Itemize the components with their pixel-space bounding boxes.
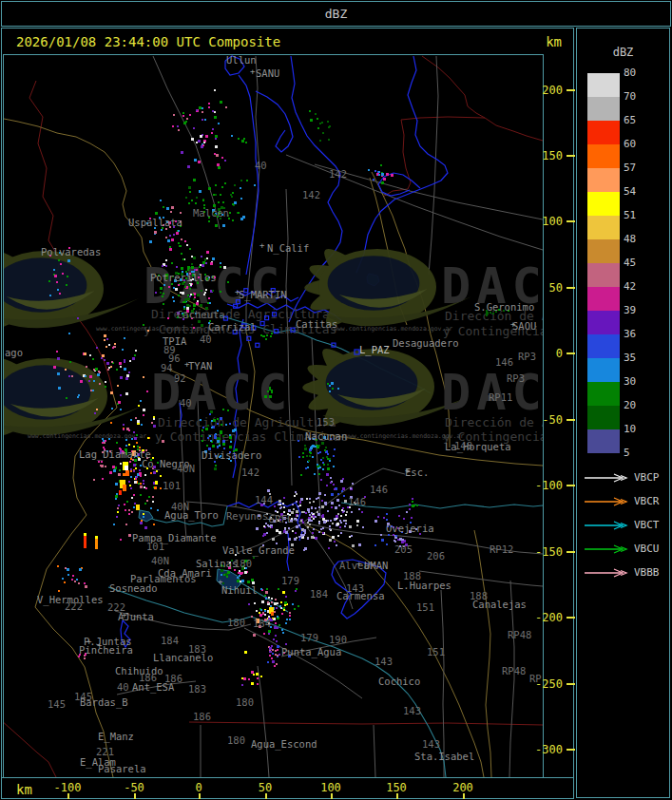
- station-plus-marker: +: [122, 610, 127, 619]
- x-axis-tick: [463, 793, 465, 799]
- place-label: SANU: [256, 67, 279, 79]
- place-label: 101: [146, 541, 164, 552]
- place-label: Carrizal: [208, 321, 257, 333]
- place-label: 94: [161, 362, 173, 373]
- place-label: 40N: [177, 463, 195, 474]
- place-label: 142: [302, 189, 320, 200]
- vector-legend-row: VBCP: [577, 471, 669, 485]
- place-label: RP3: [507, 372, 525, 384]
- x-axis-unit: km: [16, 782, 32, 797]
- place-label: SRFL: [269, 513, 293, 524]
- place-label: Divisadero: [202, 449, 261, 461]
- vector-arrow-icon: [583, 495, 636, 508]
- place-label: 184: [253, 618, 271, 629]
- dbz-scale-label: 65: [624, 115, 662, 126]
- y-axis-tick-label: 150: [528, 149, 563, 162]
- y-axis-tick: [566, 419, 575, 421]
- dbz-scale-block: [587, 121, 620, 144]
- dbz-scale-block: [587, 239, 620, 263]
- vector-label: VBCU: [634, 543, 660, 555]
- dbz-scale-label: 45: [624, 257, 662, 269]
- dbz-scale-block: [587, 144, 620, 168]
- strong-echo-cell: [84, 536, 86, 548]
- dbz-scale-block: [587, 311, 620, 334]
- place-label: UMAN: [364, 560, 388, 571]
- radar-map-canvas: DACCDirección de Agriculturay Contingenc…: [4, 55, 543, 777]
- y-axis-tick: [566, 749, 575, 751]
- place-label: RP48: [508, 629, 531, 640]
- y-axis-tick-label: -150: [528, 545, 563, 559]
- y-axis-tick-label: 50: [528, 281, 563, 295]
- place-label: S_MARTIN: [239, 289, 287, 301]
- maroon-line: [422, 56, 543, 141]
- station-plus-marker: +: [267, 514, 273, 524]
- x-axis-tick: [67, 793, 69, 799]
- place-label: 179: [281, 575, 299, 586]
- place-label: Uspallata: [128, 217, 182, 228]
- place-label: Cochico: [378, 676, 420, 687]
- place-label: Pampa_Diamante: [132, 532, 217, 544]
- station-plus-marker: +: [86, 637, 92, 646]
- dbz-scale-label: 20: [624, 400, 662, 411]
- dbz-scale-label: 42: [624, 281, 662, 293]
- place-label: RP48: [502, 665, 526, 676]
- station-plus-marker: +: [259, 240, 265, 250]
- strong-echo-cell: [95, 539, 98, 549]
- place-label: 186: [193, 711, 211, 722]
- dacc-watermark: DACCDirección de Agriculturay Contingenc…: [4, 249, 543, 444]
- place-label: RP11: [489, 391, 512, 403]
- place-label: RP12: [490, 543, 513, 555]
- place-label: 145: [48, 698, 66, 710]
- place-label: 143: [422, 738, 440, 750]
- place-label: Potrerillos: [150, 272, 217, 283]
- place-label: 180: [234, 558, 252, 569]
- station-plus-marker: +: [218, 577, 223, 586]
- dbz-scale-block: [587, 287, 620, 311]
- y-axis-tick-label: -50: [528, 413, 563, 427]
- place-label: 151: [427, 646, 445, 657]
- dbz-scale-label: 5: [624, 448, 662, 459]
- dbz-scale-block: [587, 358, 620, 382]
- place-label: Ovejeria: [386, 523, 434, 534]
- y-axis-tick: [566, 155, 575, 157]
- y-axis-tick: [566, 683, 575, 685]
- dbz-scale-block: [587, 192, 620, 216]
- dbz-scale-label: 10: [624, 424, 662, 435]
- y-axis-tick: [566, 89, 575, 91]
- x-axis-tick: [134, 793, 136, 799]
- x-axis-tick-label: 50: [242, 781, 288, 794]
- y-axis-tick-label: -250: [528, 677, 563, 691]
- place-label: Catitas: [296, 318, 337, 330]
- place-label: 142: [241, 467, 259, 478]
- place-label: ago: [5, 347, 23, 358]
- dbz-scale-label: 57: [624, 162, 662, 174]
- strong-echo-cell: [271, 612, 274, 616]
- dbz-scale-label: 80: [624, 67, 662, 79]
- y-axis-tick-label: -100: [528, 479, 563, 492]
- place-label: 143: [403, 705, 421, 716]
- place-label: 148: [454, 440, 472, 451]
- gray-line: [429, 56, 438, 275]
- maroon-line: [189, 722, 543, 725]
- dbz-scale-label: 35: [624, 352, 662, 364]
- strong-echo-cell: [84, 533, 86, 536]
- maroon-line: [4, 720, 56, 777]
- strong-echo-cell: [95, 536, 98, 539]
- dbz-scale-label: 60: [624, 139, 662, 150]
- place-label: 184: [161, 635, 179, 646]
- place-label: Punta_Agua: [281, 646, 341, 658]
- strong-echo-cell: [136, 505, 140, 510]
- x-axis-tick: [396, 793, 398, 799]
- vector-arrow-icon: [583, 519, 636, 532]
- place-label: 101: [163, 480, 181, 491]
- place-label: 40: [117, 681, 129, 693]
- station-plus-marker: +: [184, 359, 190, 369]
- vector-legend-row: VBCR: [577, 495, 669, 508]
- place-label: 222: [65, 600, 83, 612]
- dbz-scale-block: [587, 97, 620, 121]
- gray-line: [286, 155, 543, 250]
- place-label: 40: [200, 333, 212, 345]
- place-label: Sosneado: [109, 582, 158, 594]
- radar-app-window: { "window": { "title": "dBZ", "timestamp…: [0, 0, 672, 800]
- dbz-scale-label: 54: [624, 186, 662, 198]
